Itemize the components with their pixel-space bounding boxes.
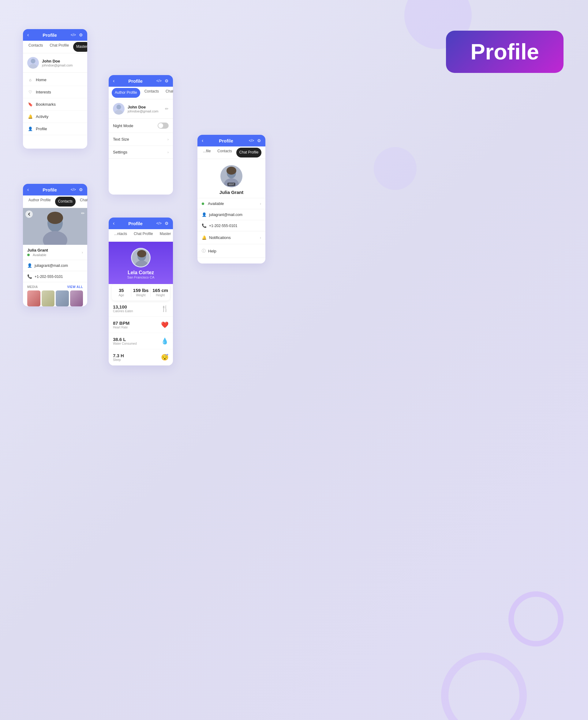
card4-health-location: San Francisco CA xyxy=(127,276,154,279)
home-icon: ⌂ xyxy=(28,78,33,82)
card4-stat-age: 35 Age xyxy=(112,288,131,297)
card3-tab-chat[interactable]: Chat Profile xyxy=(77,196,87,208)
card5-status-label: Available xyxy=(208,201,224,206)
card3-back-button[interactable]: ‹ xyxy=(27,187,29,193)
card2-settings-icon[interactable]: ⚙ xyxy=(165,78,169,83)
card1-nav-profile[interactable]: 👤 Profile xyxy=(23,123,87,135)
card4-metric-heartrate-info: 87 BPM Heart Rate xyxy=(113,320,129,329)
card4-health-name: Lela Cortez xyxy=(128,270,154,276)
card5-chat-avatar-section: EDIT Julia Grant xyxy=(197,159,266,198)
card5-notifications-arrow: › xyxy=(260,236,261,240)
card1-tab-master[interactable]: Master xyxy=(73,42,87,52)
card4-sleep-val: 7.3 H xyxy=(113,353,124,358)
card4-health-stats: 35 Age 159 lbs Weight 165 cm Height xyxy=(112,284,170,301)
card1-settings-icon[interactable]: ⚙ xyxy=(79,33,83,37)
card3-tab-contacts[interactable]: Contacts xyxy=(55,197,76,206)
card2-user-name: John Doe xyxy=(128,105,158,109)
card2-tab-bar: Author Profile Contacts Chat Profile Mas… xyxy=(109,87,173,99)
card1-nav-interests[interactable]: ♡ Interests xyxy=(23,86,87,98)
card5-tab-chat[interactable]: Chat Profile xyxy=(236,148,262,158)
card1-code-icon[interactable]: </> xyxy=(71,33,76,37)
card1-tab-chat[interactable]: Chat Profile xyxy=(46,41,72,53)
card5-back-button[interactable]: ‹ xyxy=(202,138,203,143)
card3-tab-author[interactable]: Author Profile xyxy=(25,196,54,208)
card3-thumb-3[interactable] xyxy=(56,291,69,306)
card3-email-row: 👤 juliagrant@mail.com xyxy=(23,260,87,271)
card4-water-icon: 💧 xyxy=(161,337,169,345)
card2-edit-icon[interactable]: ✏ xyxy=(165,106,169,111)
card1-tab-bar: Contacts Chat Profile Master Health Prof… xyxy=(23,41,87,53)
card4-code-icon[interactable]: </> xyxy=(156,221,162,225)
card5-code-icon[interactable]: </> xyxy=(249,139,254,143)
card4-tab-contacts[interactable]: ...ntacts xyxy=(111,229,130,241)
card3-banner-back[interactable] xyxy=(25,211,33,219)
card5-tab-bar: ...file Contacts Chat Profile Master Hea… xyxy=(197,146,266,159)
card5-edit-badge[interactable]: EDIT xyxy=(227,183,235,186)
card3-settings-icon[interactable]: ⚙ xyxy=(79,187,83,192)
card3-view-all[interactable]: VIEW ALL xyxy=(67,285,83,288)
card5-status-row[interactable]: Available › xyxy=(197,198,266,209)
card3-banner-edit[interactable]: ✏ xyxy=(81,211,85,216)
card5-notifications-row[interactable]: 🔔 Notifications › xyxy=(197,231,266,244)
card2-settings-arrow: › xyxy=(167,150,169,155)
card5-tab-master[interactable]: Master xyxy=(262,146,266,159)
card4-age-val: 35 xyxy=(112,288,131,293)
card2-back-button[interactable]: ‹ xyxy=(113,78,114,84)
card2-night-mode-toggle[interactable] xyxy=(158,123,169,129)
card2-avatar-svg xyxy=(113,103,125,115)
card4-heartrate-label: Heart Rate xyxy=(113,326,129,329)
card5-help-row[interactable]: ⓘ Help xyxy=(197,244,266,258)
card1-nav-home[interactable]: ⌂ Home xyxy=(23,74,87,86)
card4-settings-icon[interactable]: ⚙ xyxy=(165,221,169,226)
card5-settings-icon[interactable]: ⚙ xyxy=(257,138,261,143)
card5-help-wrap: ⓘ Help xyxy=(202,248,216,254)
card3-thumb-1[interactable] xyxy=(27,291,40,306)
card2-user-row: John Doe johndoe@gmail.com ✏ xyxy=(109,99,173,119)
card-health-profile: ‹ Profile </> ⚙ ...ntacts Chat Profile M… xyxy=(109,218,173,365)
card4-calories-icon: 🍴 xyxy=(161,305,169,312)
card4-stat-height: 165 cm Height xyxy=(151,288,170,297)
card3-status-row: Julia Grant Available › xyxy=(23,245,87,260)
card4-back-button[interactable]: ‹ xyxy=(113,221,114,226)
card5-status-dot xyxy=(202,202,204,205)
card2-text-size-row[interactable]: Text Size › xyxy=(109,133,173,146)
card4-tab-chat[interactable]: Chat Profile xyxy=(131,229,156,241)
card5-tab-contacts[interactable]: Contacts xyxy=(214,146,235,159)
card2-settings-row[interactable]: Settings › xyxy=(109,146,173,159)
card2-tab-contacts[interactable]: Contacts xyxy=(142,87,162,99)
card4-metric-sleep-info: 7.3 H Sleep xyxy=(113,353,124,362)
card1-user-info: John Doe johndoe@gmail.com xyxy=(42,59,72,67)
card2-night-mode-row: Night Mode xyxy=(109,119,173,133)
card5-status-wrap: Available xyxy=(202,201,224,206)
card5-notifications-wrap: 🔔 Notifications xyxy=(202,235,231,240)
card5-notifications-label: Notifications xyxy=(209,235,231,240)
deco-circle-mid xyxy=(374,147,417,190)
card4-metric-heartrate: 87 BPM Heart Rate ❤️ xyxy=(109,317,173,333)
card5-email-row: 👤 juliagrant@mail.com xyxy=(197,209,266,220)
card2-toggle-knob xyxy=(158,123,163,128)
card-author-profile: ‹ Profile </> ⚙ Author Profile Contacts … xyxy=(109,75,173,195)
card5-header: ‹ Profile </> ⚙ xyxy=(197,135,266,146)
svg-point-3 xyxy=(115,110,123,115)
card2-tab-chat[interactable]: Chat Profile xyxy=(163,87,173,99)
card1-title: Profile xyxy=(43,33,57,38)
svg-point-2 xyxy=(116,105,121,109)
card3-thumb-2[interactable] xyxy=(42,291,55,306)
card1-tab-contacts[interactable]: Contacts xyxy=(25,41,46,53)
card3-code-icon[interactable]: </> xyxy=(71,187,76,192)
card2-code-icon[interactable]: </> xyxy=(156,79,162,83)
card2-tab-author[interactable]: Author Profile xyxy=(112,88,140,98)
card3-thumb-4[interactable] xyxy=(70,291,83,306)
card1-nav-bookmarks[interactable]: 🔖 Bookmarks xyxy=(23,98,87,111)
card3-status-arrow: › xyxy=(82,250,83,255)
card4-tab-master[interactable]: Master xyxy=(157,229,173,241)
bookmarks-icon: 🔖 xyxy=(28,102,33,107)
card3-media-thumbnails xyxy=(27,291,83,306)
card1-nav-activity[interactable]: 🔔 Activity xyxy=(23,111,87,123)
card1-back-button[interactable]: ‹ xyxy=(27,32,29,38)
card1-nav-profile-label: Profile xyxy=(36,126,47,131)
card1-avatar-svg xyxy=(27,57,39,68)
card4-calories-label: Calories Eaten xyxy=(113,309,133,313)
card5-tab-file[interactable]: ...file xyxy=(200,146,214,159)
card1-header-icons: </> ⚙ xyxy=(71,33,83,37)
